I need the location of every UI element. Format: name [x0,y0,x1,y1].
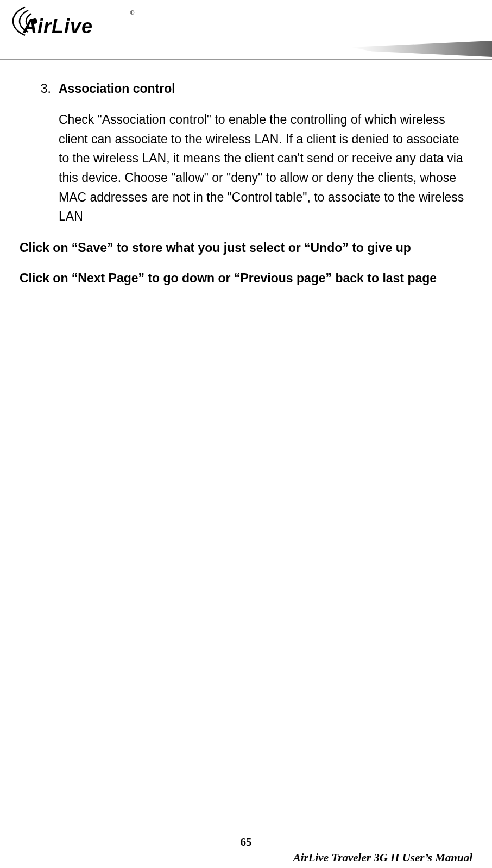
page-footer: 65 AirLive Traveler 3G II User’s Manual [0,835,492,868]
item-text: Check "Association control" to enable th… [59,110,472,227]
airlive-logo: AirLive ® [10,3,135,42]
svg-text:AirLive: AirLive [22,15,93,37]
svg-text:®: ® [130,10,135,16]
item-title: Association control [59,81,472,96]
instruction-pagination: Click on “Next Page” to go down or “Prev… [20,269,472,288]
airlive-logo-icon: AirLive ® [10,3,135,40]
page-content: 3. Association control Check "Associatio… [0,60,492,288]
instruction-save-undo: Click on “Save” to store what you just s… [20,238,472,257]
item-body: Association control Check "Association c… [59,81,472,227]
item-number: 3. [20,81,59,227]
page-header: AirLive ® [0,0,492,60]
page-number: 65 [20,835,472,849]
header-accent [351,41,492,57]
footer-document-title: AirLive Traveler 3G II User’s Manual [20,851,472,865]
numbered-item: 3. Association control Check "Associatio… [20,81,472,227]
